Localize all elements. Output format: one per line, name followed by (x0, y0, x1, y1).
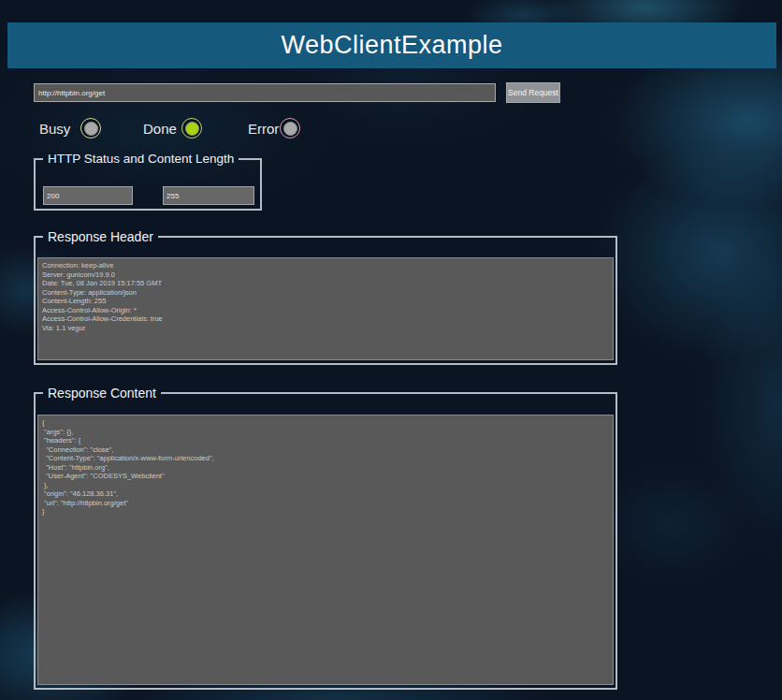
http-status-group-title: HTTP Status and Content Length (43, 152, 239, 166)
http-status-groupbox: HTTP Status and Content Length (34, 152, 262, 211)
url-input[interactable] (34, 83, 496, 102)
busy-led-lamp (84, 122, 98, 136)
title-bar: WebClientExample (7, 22, 776, 68)
response-content-group-title: Response Content (43, 386, 161, 401)
page-background: WebClientExample Send Request Busy Done … (0, 0, 782, 700)
response-content-groupbox: Response Content { "args": {}, "headers"… (34, 386, 617, 690)
response-content-text: { "args": {}, "headers": { "Connection":… (37, 415, 614, 685)
done-led-indicator (181, 118, 202, 139)
response-header-groupbox: Response Header Connection: keep-alive S… (34, 229, 617, 365)
response-header-group-title: Response Header (43, 229, 158, 244)
busy-label: Busy (39, 121, 70, 137)
done-led-lamp (185, 122, 199, 136)
error-led-lamp (283, 122, 297, 136)
error-led-indicator (280, 118, 300, 139)
busy-led-indicator (80, 118, 101, 139)
http-status-field[interactable] (43, 186, 133, 205)
done-label: Done (143, 121, 177, 137)
send-request-button[interactable]: Send Request (506, 82, 560, 103)
response-header-text: Connection: keep-alive Server: gunicorn/… (37, 257, 614, 360)
page-title: WebClientExample (281, 31, 502, 60)
content-length-field[interactable] (163, 186, 254, 205)
error-label: Error (248, 121, 279, 137)
